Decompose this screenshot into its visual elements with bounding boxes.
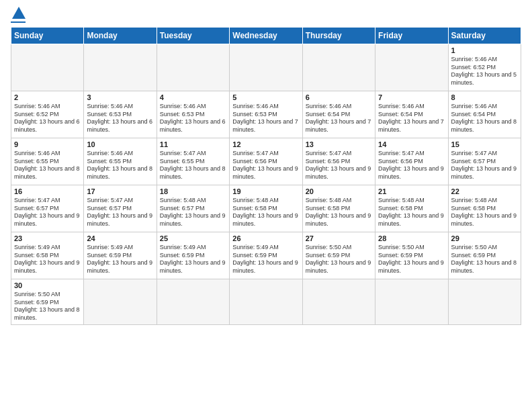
day-info: Sunrise: 5:50 AM Sunset: 6:59 PM Dayligh… — [451, 244, 518, 275]
calendar-cell — [157, 44, 229, 91]
day-info: Sunrise: 5:50 AM Sunset: 6:59 PM Dayligh… — [306, 244, 372, 275]
calendar-day-header: Friday — [375, 28, 448, 44]
calendar-cell: 24Sunrise: 5:49 AM Sunset: 6:59 PM Dayli… — [84, 232, 157, 279]
calendar-cell: 5Sunrise: 5:46 AM Sunset: 6:53 PM Daylig… — [230, 91, 302, 138]
calendar-cell — [302, 44, 375, 91]
day-number: 8 — [451, 93, 518, 101]
calendar-table: SundayMondayTuesdayWednesdayThursdayFrid… — [11, 27, 521, 325]
calendar-cell: 7Sunrise: 5:46 AM Sunset: 6:54 PM Daylig… — [375, 91, 448, 138]
calendar-cell: 16Sunrise: 5:47 AM Sunset: 6:57 PM Dayli… — [11, 185, 84, 232]
calendar-cell: 26Sunrise: 5:49 AM Sunset: 6:59 PM Dayli… — [230, 232, 302, 279]
day-info: Sunrise: 5:46 AM Sunset: 6:52 PM Dayligh… — [14, 103, 81, 134]
calendar-cell: 22Sunrise: 5:48 AM Sunset: 6:58 PM Dayli… — [448, 185, 521, 232]
logo — [11, 7, 26, 23]
day-number: 15 — [451, 140, 518, 148]
calendar-day-header: Thursday — [302, 28, 375, 44]
calendar-cell: 12Sunrise: 5:47 AM Sunset: 6:56 PM Dayli… — [230, 138, 302, 185]
day-number: 30 — [14, 281, 81, 289]
day-info: Sunrise: 5:47 AM Sunset: 6:56 PM Dayligh… — [378, 150, 445, 181]
day-info: Sunrise: 5:46 AM Sunset: 6:54 PM Dayligh… — [451, 103, 518, 134]
calendar-cell: 25Sunrise: 5:49 AM Sunset: 6:59 PM Dayli… — [157, 232, 229, 279]
calendar-cell: 20Sunrise: 5:48 AM Sunset: 6:58 PM Dayli… — [302, 185, 375, 232]
calendar-cell: 3Sunrise: 5:46 AM Sunset: 6:53 PM Daylig… — [84, 91, 157, 138]
calendar-cell: 14Sunrise: 5:47 AM Sunset: 6:56 PM Dayli… — [375, 138, 448, 185]
calendar-cell — [375, 44, 448, 91]
day-number: 23 — [14, 234, 81, 242]
day-info: Sunrise: 5:47 AM Sunset: 6:57 PM Dayligh… — [14, 197, 81, 228]
calendar-cell — [84, 279, 157, 325]
day-number: 9 — [14, 140, 81, 148]
calendar-cell — [448, 279, 521, 325]
day-info: Sunrise: 5:49 AM Sunset: 6:59 PM Dayligh… — [160, 244, 226, 275]
day-info: Sunrise: 5:46 AM Sunset: 6:53 PM Dayligh… — [160, 103, 226, 134]
calendar-cell — [157, 279, 229, 325]
day-info: Sunrise: 5:47 AM Sunset: 6:56 PM Dayligh… — [306, 150, 372, 181]
day-info: Sunrise: 5:48 AM Sunset: 6:58 PM Dayligh… — [451, 197, 518, 228]
calendar-cell: 19Sunrise: 5:48 AM Sunset: 6:58 PM Dayli… — [230, 185, 302, 232]
day-number: 27 — [306, 234, 372, 242]
day-info: Sunrise: 5:47 AM Sunset: 6:57 PM Dayligh… — [451, 150, 518, 181]
calendar-cell: 30Sunrise: 5:50 AM Sunset: 6:59 PM Dayli… — [11, 279, 84, 325]
day-number: 17 — [87, 187, 153, 195]
day-info: Sunrise: 5:49 AM Sunset: 6:59 PM Dayligh… — [87, 244, 153, 275]
calendar-cell: 17Sunrise: 5:47 AM Sunset: 6:57 PM Dayli… — [84, 185, 157, 232]
day-info: Sunrise: 5:50 AM Sunset: 6:59 PM Dayligh… — [14, 291, 81, 322]
day-info: Sunrise: 5:47 AM Sunset: 6:55 PM Dayligh… — [160, 150, 226, 181]
day-number: 2 — [14, 93, 81, 101]
day-number: 12 — [232, 140, 299, 148]
day-number: 22 — [451, 187, 518, 195]
day-info: Sunrise: 5:46 AM Sunset: 6:53 PM Dayligh… — [232, 103, 299, 134]
day-number: 20 — [306, 187, 372, 195]
day-number: 7 — [378, 93, 445, 101]
calendar-cell — [302, 279, 375, 325]
calendar-cell: 27Sunrise: 5:50 AM Sunset: 6:59 PM Dayli… — [302, 232, 375, 279]
day-info: Sunrise: 5:46 AM Sunset: 6:55 PM Dayligh… — [14, 150, 81, 181]
calendar-week-row: 16Sunrise: 5:47 AM Sunset: 6:57 PM Dayli… — [11, 185, 521, 232]
header-area — [11, 7, 521, 23]
calendar-cell — [375, 279, 448, 325]
calendar-cell: 29Sunrise: 5:50 AM Sunset: 6:59 PM Dayli… — [448, 232, 521, 279]
calendar-week-row: 1Sunrise: 5:46 AM Sunset: 6:52 PM Daylig… — [11, 44, 521, 91]
day-number: 16 — [14, 187, 81, 195]
page: SundayMondayTuesdayWednesdayThursdayFrid… — [0, 0, 532, 332]
calendar-cell: 11Sunrise: 5:47 AM Sunset: 6:55 PM Dayli… — [157, 138, 229, 185]
calendar-cell — [230, 44, 302, 91]
day-number: 26 — [232, 234, 299, 242]
day-number: 11 — [160, 140, 226, 148]
calendar-day-header: Saturday — [448, 28, 521, 44]
day-info: Sunrise: 5:48 AM Sunset: 6:58 PM Dayligh… — [306, 197, 372, 228]
calendar-week-row: 30Sunrise: 5:50 AM Sunset: 6:59 PM Dayli… — [11, 279, 521, 325]
calendar-body: 1Sunrise: 5:46 AM Sunset: 6:52 PM Daylig… — [11, 44, 521, 325]
day-info: Sunrise: 5:49 AM Sunset: 6:59 PM Dayligh… — [232, 244, 299, 275]
calendar-cell: 1Sunrise: 5:46 AM Sunset: 6:52 PM Daylig… — [448, 44, 521, 91]
day-info: Sunrise: 5:46 AM Sunset: 6:52 PM Dayligh… — [451, 56, 518, 87]
calendar-cell: 15Sunrise: 5:47 AM Sunset: 6:57 PM Dayli… — [448, 138, 521, 185]
day-info: Sunrise: 5:46 AM Sunset: 6:55 PM Dayligh… — [87, 150, 153, 181]
day-info: Sunrise: 5:49 AM Sunset: 6:58 PM Dayligh… — [14, 244, 81, 275]
day-number: 6 — [306, 93, 372, 101]
day-number: 21 — [378, 187, 445, 195]
calendar-header-row: SundayMondayTuesdayWednesdayThursdayFrid… — [11, 28, 521, 44]
day-number: 13 — [306, 140, 372, 148]
day-info: Sunrise: 5:46 AM Sunset: 6:53 PM Dayligh… — [87, 103, 153, 134]
calendar-cell — [230, 279, 302, 325]
day-number: 10 — [87, 140, 153, 148]
calendar-week-row: 2Sunrise: 5:46 AM Sunset: 6:52 PM Daylig… — [11, 91, 521, 138]
day-number: 14 — [378, 140, 445, 148]
calendar-cell: 10Sunrise: 5:46 AM Sunset: 6:55 PM Dayli… — [84, 138, 157, 185]
day-number: 3 — [87, 93, 153, 101]
calendar-cell: 28Sunrise: 5:50 AM Sunset: 6:59 PM Dayli… — [375, 232, 448, 279]
calendar-day-header: Monday — [84, 28, 157, 44]
day-number: 18 — [160, 187, 226, 195]
calendar-week-row: 23Sunrise: 5:49 AM Sunset: 6:58 PM Dayli… — [11, 232, 521, 279]
day-info: Sunrise: 5:48 AM Sunset: 6:58 PM Dayligh… — [232, 197, 299, 228]
calendar-cell: 13Sunrise: 5:47 AM Sunset: 6:56 PM Dayli… — [302, 138, 375, 185]
calendar-cell: 2Sunrise: 5:46 AM Sunset: 6:52 PM Daylig… — [11, 91, 84, 138]
calendar-cell: 23Sunrise: 5:49 AM Sunset: 6:58 PM Dayli… — [11, 232, 84, 279]
day-info: Sunrise: 5:48 AM Sunset: 6:58 PM Dayligh… — [378, 197, 445, 228]
calendar-week-row: 9Sunrise: 5:46 AM Sunset: 6:55 PM Daylig… — [11, 138, 521, 185]
calendar-day-header: Tuesday — [157, 28, 229, 44]
calendar-cell — [84, 44, 157, 91]
day-number: 19 — [232, 187, 299, 195]
day-number: 24 — [87, 234, 153, 242]
